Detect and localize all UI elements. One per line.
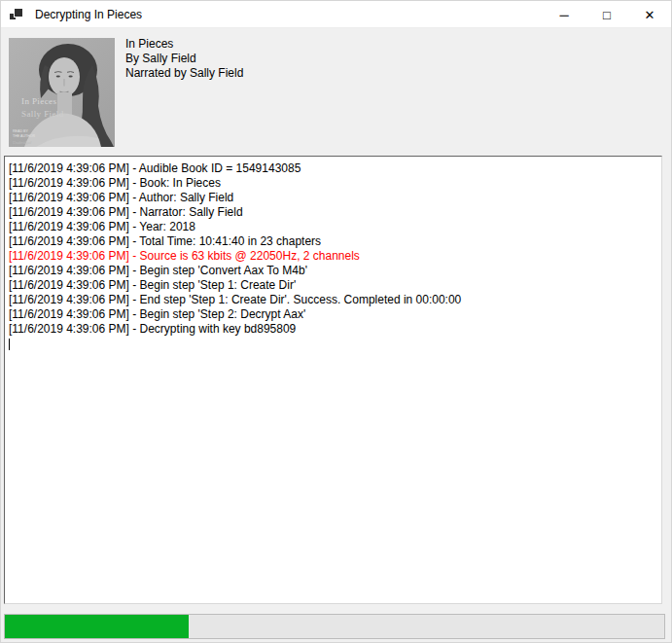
window-controls: ─ □ ✕ bbox=[543, 1, 671, 28]
close-button[interactable]: ✕ bbox=[628, 1, 671, 28]
caret-line bbox=[9, 337, 657, 351]
log-line: [11/6/2019 4:39:06 PM] - Book: In Pieces bbox=[9, 176, 657, 191]
progress-bar bbox=[4, 614, 665, 639]
cover-readby-line1: READ BY bbox=[13, 129, 28, 133]
log-line: [11/6/2019 4:39:06 PM] - Audible Book ID… bbox=[9, 161, 657, 176]
minimize-button[interactable]: ─ bbox=[543, 1, 585, 28]
log-line: [11/6/2019 4:39:06 PM] - Begin step 'Ste… bbox=[9, 307, 657, 322]
app-window: Decrypting In Pieces ─ □ ✕ bbox=[0, 0, 672, 643]
minimize-icon: ─ bbox=[559, 8, 568, 22]
window-title: Decrypting In Pieces bbox=[35, 1, 142, 28]
maximize-icon: □ bbox=[603, 8, 611, 22]
app-icon bbox=[9, 7, 24, 22]
book-cover: In Pieces Sally Field READ BY THE AUTHOR… bbox=[9, 38, 115, 147]
cover-readby-line2: THE AUTHOR bbox=[13, 134, 36, 138]
log-line: [11/6/2019 4:39:06 PM] - Begin step 'Con… bbox=[9, 264, 657, 278]
maximize-button[interactable]: □ bbox=[585, 1, 628, 28]
book-byline: By Sally Field bbox=[125, 52, 243, 66]
log-line-error: [11/6/2019 4:39:06 PM] - Source is 63 kb… bbox=[9, 249, 657, 264]
log-line: [11/6/2019 4:39:06 PM] - Begin step 'Ste… bbox=[9, 278, 657, 293]
progress-fill bbox=[5, 615, 189, 638]
log-line: [11/6/2019 4:39:06 PM] - Narrator: Sally… bbox=[9, 205, 657, 220]
log-line: [11/6/2019 4:39:06 PM] - Total Time: 10:… bbox=[9, 234, 657, 249]
book-info: In Pieces By Sally Field Narrated by Sal… bbox=[125, 37, 243, 81]
book-title: In Pieces bbox=[125, 37, 243, 52]
cover-portrait-face bbox=[49, 57, 80, 96]
close-icon: ✕ bbox=[645, 8, 655, 22]
cover-author-text: Sally Field bbox=[21, 109, 64, 119]
book-narrator-line: Narrated by Sally Field bbox=[125, 66, 243, 81]
log-line: [11/6/2019 4:39:06 PM] - Decrypting with… bbox=[9, 322, 657, 337]
log-line: [11/6/2019 4:39:06 PM] - Year: 2018 bbox=[9, 220, 657, 234]
text-caret bbox=[9, 339, 10, 350]
cover-edition-text: Unabridged bbox=[13, 140, 32, 145]
log-line: [11/6/2019 4:39:06 PM] - Author: Sally F… bbox=[9, 191, 657, 205]
log-line: [11/6/2019 4:39:06 PM] - End step 'Step … bbox=[9, 293, 657, 307]
titlebar[interactable]: Decrypting In Pieces ─ □ ✕ bbox=[1, 1, 671, 28]
cover-title-text: In Pieces bbox=[21, 96, 56, 106]
log-textbox[interactable]: [11/6/2019 4:39:06 PM] - Audible Book ID… bbox=[4, 156, 662, 604]
